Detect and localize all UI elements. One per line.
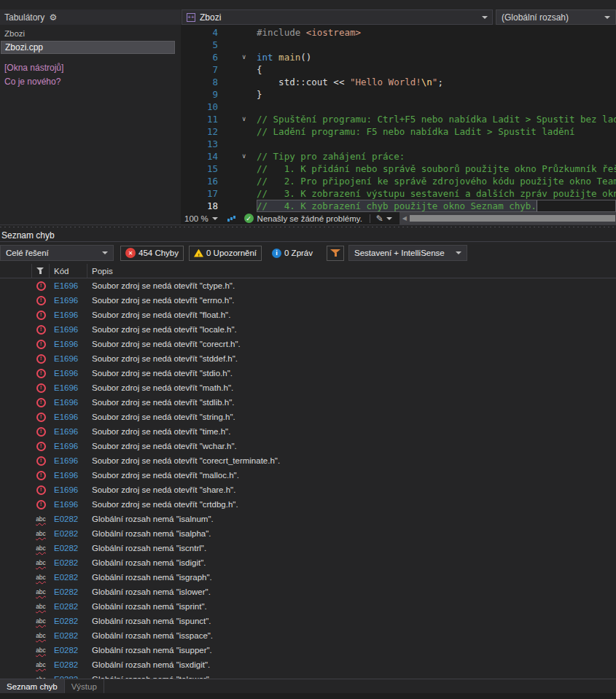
line-number[interactable]: 12 — [181, 125, 222, 138]
error-list-row[interactable]: !E1696Soubor zdroj se nedá otevřít "stdd… — [0, 351, 616, 366]
error-list-row[interactable]: abcE0282Globální rozsah nemá "isalpha". — [0, 526, 616, 541]
signal-icon[interactable] — [227, 214, 237, 222]
line-number[interactable]: 6 — [181, 51, 222, 63]
error-code-link[interactable]: E0282 — [50, 602, 87, 611]
code-line[interactable]: 4#include <iostream> — [181, 26, 616, 39]
error-code-link[interactable]: E0282 — [50, 573, 87, 582]
error-list-row[interactable]: !E1696Soubor zdroj se nedá otevřít "stri… — [0, 410, 616, 424]
error-list-row[interactable]: !E1696Soubor zdroj se nedá otevřít "core… — [0, 453, 616, 468]
line-number[interactable]: 5 — [181, 39, 222, 51]
fold-chevron-icon[interactable]: ∨ — [222, 150, 257, 163]
error-list-row[interactable]: !E1696Soubor zdroj se nedá otevřít "loca… — [0, 322, 616, 337]
error-list-row[interactable]: !E1696Soubor zdroj se nedá otevřít "mall… — [0, 468, 616, 483]
scope-dropdown[interactable]: (Globální rozsah) — [496, 9, 616, 25]
sidebar-link-whats-new[interactable]: Co je nového? — [0, 77, 61, 87]
error-list-row[interactable]: !E1696Soubor zdroj se nedá otevřít "time… — [0, 424, 616, 439]
error-list-title-bar[interactable]: Seznam chyb — [0, 229, 616, 242]
error-code-link[interactable]: E0282 — [50, 529, 87, 538]
fold-chevron-icon[interactable]: ∨ — [222, 113, 257, 125]
error-code-link[interactable]: E1696 — [50, 500, 87, 509]
error-list-row[interactable]: !E1696Soubor zdroj se nedá otevřít "crtd… — [0, 497, 616, 512]
error-list-row[interactable]: abcE0282Globální rozsah nemá "isalnum". — [0, 512, 616, 526]
code-line[interactable]: 7{ — [181, 63, 616, 76]
code-line[interactable]: 18// 4. K zobrazení chyb použijte okno S… — [181, 200, 616, 212]
error-list-row[interactable]: !E1696Soubor zdroj se nedá otevřít "shar… — [0, 483, 616, 497]
error-list-row[interactable]: !E1696Soubor zdroj se nedá otevřít "stdi… — [0, 366, 616, 380]
error-list-row[interactable]: abcE0282Globální rozsah nemá "isprint". — [0, 599, 616, 614]
code-line[interactable]: 17// 3. K zobrazení výstupu sestavení a … — [181, 187, 616, 200]
error-code-link[interactable]: E0282 — [50, 617, 87, 625]
code-line[interactable]: 6∨int main() — [181, 51, 616, 63]
source-filter-dropdown[interactable]: Sestavení + IntelliSense — [348, 245, 467, 261]
gear-icon[interactable]: ⚙ — [49, 13, 57, 22]
error-list-row[interactable]: abcE0282Globální rozsah nemá "islower". — [0, 585, 616, 599]
code-line[interactable]: 13 — [181, 138, 616, 150]
error-list-row[interactable]: abcE0282Globální rozsah nemá "isupper". — [0, 643, 616, 657]
error-code-link[interactable]: E1696 — [50, 485, 87, 494]
error-code-link[interactable]: E0282 — [50, 544, 87, 552]
error-code-link[interactable]: E1696 — [50, 442, 87, 450]
error-list-row[interactable]: abcE0282Globální rozsah nemá "tolower". — [0, 672, 616, 679]
error-code-link[interactable]: E1696 — [50, 383, 87, 392]
code-line[interactable]: 8 std::cout << "Hello World!\n"; — [181, 76, 616, 88]
error-list-row[interactable]: abcE0282Globální rozsah nemá "iscntrl". — [0, 541, 616, 555]
zoom-dropdown[interactable]: 100 % — [181, 214, 218, 223]
scroll-left-arrow-icon[interactable]: ◀ — [399, 215, 410, 222]
warnings-toggle-button[interactable]: 0 Upozornění — [189, 246, 262, 261]
error-code-link[interactable]: E1696 — [50, 413, 87, 421]
line-number[interactable]: 17 — [181, 187, 222, 200]
line-number[interactable]: 11 — [181, 113, 222, 125]
error-code-link[interactable]: E1696 — [50, 354, 87, 363]
error-code-link[interactable]: E0282 — [50, 558, 87, 567]
line-number[interactable]: 7 — [181, 63, 222, 76]
messages-toggle-button[interactable]: 0 Zpráv — [267, 246, 318, 261]
error-code-link[interactable]: E1696 — [50, 281, 87, 290]
error-code-link[interactable]: E1696 — [50, 427, 87, 436]
error-list-row[interactable]: !E1696Soubor zdroj se nedá otevřít "wcha… — [0, 439, 616, 453]
error-list-row[interactable]: abcE0282Globální rozsah nemá "isdigit". — [0, 555, 616, 570]
line-number[interactable]: 16 — [181, 175, 222, 187]
error-code-link[interactable]: E1696 — [50, 325, 87, 334]
error-code-link[interactable]: E1696 — [50, 340, 87, 348]
error-list-row[interactable]: !E1696Soubor zdroj se nedá otevřít "math… — [0, 380, 616, 395]
line-number[interactable]: 15 — [181, 163, 222, 175]
scope-filter-dropdown[interactable]: Celé řešení — [0, 245, 114, 261]
error-list-row[interactable]: !E1696Soubor zdroj se nedá otevřít "stdl… — [0, 395, 616, 410]
errors-toggle-button[interactable]: 454 Chyby — [120, 246, 184, 261]
error-list-row[interactable]: !E1696Soubor zdroj se nedá otevřít "floa… — [0, 308, 616, 322]
error-code-link[interactable]: E0282 — [50, 631, 87, 640]
filter-button[interactable] — [327, 246, 344, 261]
code-line[interactable]: 16// 2. Pro připojení ke správě zdrojové… — [181, 175, 616, 187]
sidebar-link-tool-windows[interactable]: [Okna nástrojů] — [0, 63, 63, 73]
error-code-link[interactable]: E0282 — [50, 660, 87, 669]
line-number[interactable]: 8 — [181, 76, 222, 88]
header-col-severity[interactable] — [32, 264, 50, 278]
sidebar-item-zbozi-cpp[interactable]: Zbozi.cpp — [1, 41, 175, 54]
error-list-row[interactable]: abcE0282Globální rozsah nemá "isgraph". — [0, 570, 616, 585]
scrollbar-thumb[interactable] — [410, 215, 615, 222]
error-code-link[interactable]: E1696 — [50, 398, 87, 407]
line-number[interactable]: 18 — [181, 200, 222, 212]
code-line[interactable]: 11∨// Spuštění programu: Ctrl+F5 nebo na… — [181, 113, 616, 125]
code-line[interactable]: 14∨// Tipy pro zahájení práce: — [181, 150, 616, 163]
error-code-link[interactable]: E1696 — [50, 471, 87, 480]
fold-chevron-icon[interactable]: ∨ — [222, 51, 257, 63]
tab-output[interactable]: Výstup — [65, 679, 104, 693]
error-code-link[interactable]: E1696 — [50, 311, 87, 319]
line-number[interactable]: 4 — [181, 26, 222, 39]
code-line[interactable]: 10 — [181, 101, 616, 113]
error-code-link[interactable]: E1696 — [50, 456, 87, 465]
code-line[interactable]: 5 — [181, 39, 616, 51]
line-number[interactable]: 14 — [181, 150, 222, 163]
error-code-link[interactable]: E1696 — [50, 296, 87, 305]
code-line[interactable]: 9} — [181, 88, 616, 101]
header-col-code[interactable]: Kód — [50, 264, 87, 278]
error-code-link[interactable]: E1696 — [50, 369, 87, 378]
error-list-row[interactable]: abcE0282Globální rozsah nemá "isxdigit". — [0, 657, 616, 672]
error-list-row[interactable]: abcE0282Globální rozsah nemá "ispunct". — [0, 614, 616, 628]
tab-error-list[interactable]: Seznam chyb — [0, 679, 65, 693]
error-code-link[interactable]: E0282 — [50, 646, 87, 655]
toolbox-panel-header[interactable]: Tabulátory ⚙ — [0, 9, 181, 25]
horizontal-scrollbar[interactable]: ◀ — [399, 212, 616, 224]
line-number[interactable]: 13 — [181, 138, 222, 150]
